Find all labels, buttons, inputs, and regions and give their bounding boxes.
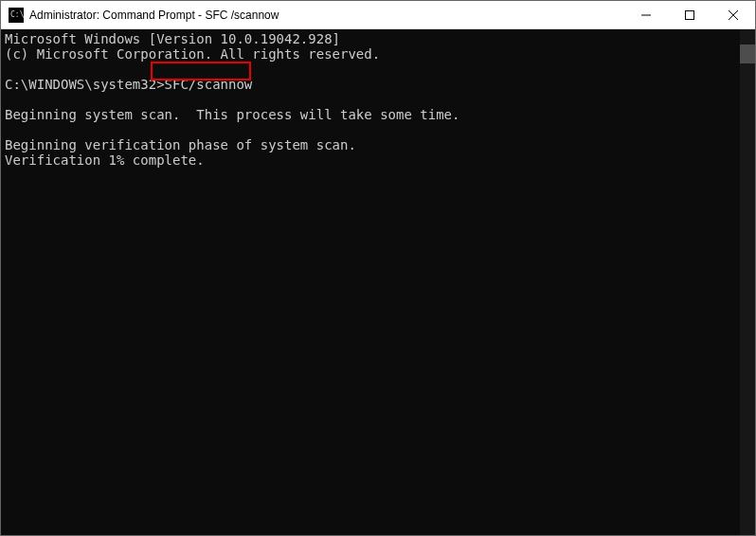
minimize-button[interactable] bbox=[624, 1, 668, 28]
maximize-button[interactable] bbox=[668, 1, 711, 28]
window-titlebar[interactable]: C:\ Administrator: Command Prompt - SFC … bbox=[1, 1, 755, 29]
close-button[interactable] bbox=[711, 1, 755, 28]
line-copyright: (c) Microsoft Corporation. All rights re… bbox=[5, 46, 380, 62]
scrollbar-vertical[interactable] bbox=[740, 29, 755, 535]
cmd-icon-text: C:\ bbox=[10, 10, 24, 19]
line-verify-progress: Verification 1% complete. bbox=[5, 152, 205, 168]
cmd-window: C:\ Administrator: Command Prompt - SFC … bbox=[0, 0, 756, 536]
scrollbar-thumb[interactable] bbox=[740, 45, 755, 63]
window-title: Administrator: Command Prompt - SFC /sca… bbox=[29, 9, 624, 22]
window-controls bbox=[624, 1, 755, 28]
prompt-prefix: C:\WINDOWS\system32> bbox=[5, 77, 165, 92]
line-verify-phase: Beginning verification phase of system s… bbox=[5, 137, 356, 152]
prompt-command: SFC/scannow bbox=[165, 77, 253, 92]
cmd-icon: C:\ bbox=[9, 8, 24, 23]
line-scan-begin: Beginning system scan. This process will… bbox=[5, 107, 459, 122]
line-version: Microsoft Windows [Version 10.0.19042.92… bbox=[5, 31, 340, 46]
svg-rect-1 bbox=[686, 10, 694, 19]
terminal-container: Microsoft Windows [Version 10.0.19042.92… bbox=[1, 29, 755, 535]
terminal-output[interactable]: Microsoft Windows [Version 10.0.19042.92… bbox=[1, 29, 740, 535]
